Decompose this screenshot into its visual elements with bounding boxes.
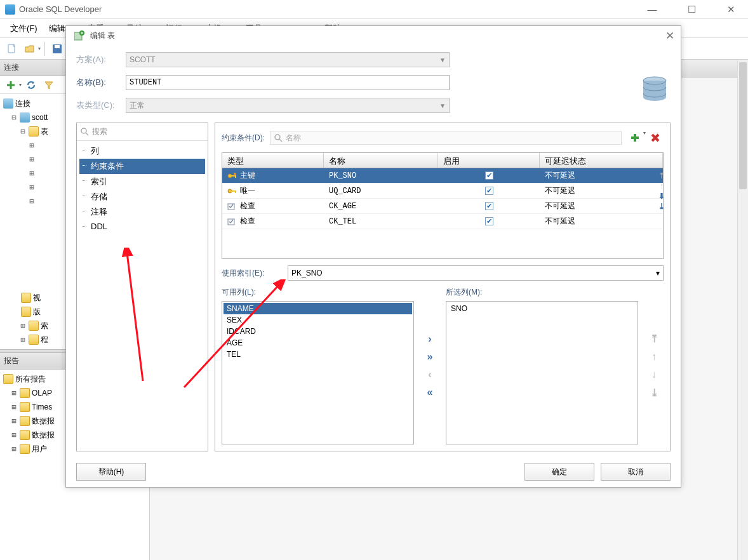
report-item[interactable]: Times bbox=[32, 403, 52, 411]
open-icon[interactable] bbox=[22, 41, 37, 57]
expand-icon[interactable]: ⊞ bbox=[28, 141, 36, 150]
enabled-checkbox[interactable]: ✔ bbox=[485, 202, 493, 210]
available-columns-list[interactable]: SNAMESEXIDCARDAGETEL bbox=[222, 301, 414, 444]
dialog-title-bar[interactable]: 编辑 表 ✕ bbox=[66, 26, 681, 45]
dropdown-arrow-icon[interactable]: ▾ bbox=[38, 46, 41, 51]
dropdown-arrow-icon[interactable]: ▾ bbox=[643, 130, 646, 145]
move-up-icon[interactable]: ↑ bbox=[660, 182, 664, 190]
use-index-select[interactable]: PK_SNO▾ bbox=[288, 265, 664, 281]
dialog-close-icon[interactable]: ✕ bbox=[665, 29, 674, 43]
col-type[interactable]: 类型 bbox=[222, 153, 324, 168]
nav-comment[interactable]: 注释 bbox=[79, 204, 205, 220]
svg-rect-2 bbox=[55, 45, 60, 48]
tree-root[interactable]: 连接 bbox=[15, 98, 30, 109]
available-column[interactable]: SEX bbox=[224, 314, 412, 326]
move-left-icon[interactable]: ‹ bbox=[428, 369, 431, 380]
enabled-checkbox[interactable]: ✔ bbox=[485, 217, 493, 225]
constraint-toolbar: 约束条件(D): 名称 ▾ bbox=[222, 130, 664, 146]
use-index-row: 使用索引(E): PK_SNO▾ bbox=[222, 265, 664, 281]
name-row: 名称(B): bbox=[76, 73, 671, 92]
constraint-row[interactable]: 唯一UQ_CARD✔不可延迟 bbox=[222, 183, 663, 199]
expand-icon[interactable]: ⊞ bbox=[10, 444, 18, 453]
enabled-checkbox[interactable]: ✔ bbox=[485, 171, 493, 180]
move-down-icon[interactable]: ⬇ bbox=[658, 192, 665, 201]
add-constraint-icon[interactable] bbox=[627, 130, 643, 145]
move-top-icon[interactable]: ⤒ bbox=[650, 333, 658, 345]
help-button[interactable]: 帮助(H) bbox=[76, 463, 146, 481]
report-item[interactable]: OLAP bbox=[32, 389, 52, 397]
minimize-button[interactable]: — bbox=[640, 2, 664, 17]
refresh-icon[interactable] bbox=[23, 77, 39, 93]
collapse-icon[interactable]: ⊟ bbox=[28, 197, 36, 206]
constraint-row[interactable]: 检查CK_AGE✔不可延迟 bbox=[222, 199, 663, 214]
scrollbar-thumb[interactable] bbox=[739, 62, 747, 189]
save-icon[interactable] bbox=[50, 41, 65, 57]
maximize-button[interactable]: ☐ bbox=[679, 2, 704, 17]
expand-icon[interactable]: ⊞ bbox=[19, 321, 27, 330]
tree-item[interactable]: 程 bbox=[41, 335, 48, 345]
move-all-right-icon[interactable]: » bbox=[427, 351, 433, 363]
vertical-scrollbar[interactable] bbox=[737, 60, 748, 560]
expand-icon[interactable]: ⊞ bbox=[28, 169, 36, 178]
move-bottom-icon[interactable]: ⤓ bbox=[658, 202, 665, 211]
expand-icon[interactable]: ⊞ bbox=[10, 430, 18, 439]
available-column[interactable]: SNAME bbox=[224, 303, 412, 314]
tree-item[interactable]: 索 bbox=[41, 321, 48, 331]
constraint-row[interactable]: 检查CK_TEL✔不可延迟 bbox=[222, 214, 663, 229]
col-enable[interactable]: 启用 bbox=[438, 153, 540, 168]
collapse-icon[interactable]: ⊟ bbox=[10, 113, 18, 122]
move-right-icon[interactable]: › bbox=[428, 333, 431, 345]
report-item[interactable]: 用户 bbox=[32, 444, 47, 455]
available-column[interactable]: AGE bbox=[224, 337, 412, 349]
svg-point-30 bbox=[234, 173, 236, 175]
nav-columns[interactable]: 列 bbox=[79, 143, 205, 159]
close-button[interactable]: ✕ bbox=[719, 2, 743, 17]
dialog-lower: 搜索 列 约束条件 索引 存储 注释 DDL 约束条件(D): 名称 bbox=[76, 123, 671, 451]
expand-icon[interactable]: ⊞ bbox=[28, 183, 36, 192]
move-bottom-icon[interactable]: ⤓ bbox=[650, 387, 658, 399]
dropdown-arrow-icon[interactable]: ▾ bbox=[19, 82, 22, 88]
constraints-grid[interactable]: 类型 名称 启用 可延迟状态 主键PK_SNO✔不可延迟唯一UQ_CARD✔不可… bbox=[222, 152, 664, 259]
col-name[interactable]: 名称 bbox=[324, 153, 438, 168]
move-top-icon[interactable]: ⤒ bbox=[658, 171, 665, 180]
constraint-filter-input[interactable]: 名称 bbox=[270, 131, 622, 145]
available-column[interactable]: TEL bbox=[224, 349, 412, 360]
collapse-icon[interactable]: ⊟ bbox=[19, 127, 27, 136]
table-icon bbox=[37, 196, 48, 206]
move-all-left-icon[interactable]: « bbox=[427, 387, 433, 398]
expand-icon[interactable]: ⊞ bbox=[10, 389, 18, 397]
constraint-row[interactable]: 主键PK_SNO✔不可延迟 bbox=[222, 168, 663, 183]
tree-tables[interactable]: 表 bbox=[41, 126, 48, 137]
ok-button[interactable]: 确定 bbox=[524, 463, 594, 481]
dialog-body: 方案(A): SCOTT▼ 名称(B): 表类型(C): 正常▼ 搜索 列 约束… bbox=[66, 45, 681, 457]
menu-file[interactable]: 文件(F) bbox=[5, 20, 43, 37]
enabled-checkbox[interactable]: ✔ bbox=[485, 187, 493, 195]
selected-columns-list[interactable]: SNO bbox=[446, 301, 638, 444]
tree-item[interactable]: 视 bbox=[33, 293, 41, 303]
filter-icon[interactable] bbox=[41, 77, 57, 93]
nav-search[interactable]: 搜索 bbox=[77, 123, 208, 141]
available-column[interactable]: IDCARD bbox=[224, 326, 412, 337]
add-connection-icon[interactable] bbox=[3, 77, 18, 93]
expand-icon[interactable]: ⊞ bbox=[19, 335, 27, 344]
report-item[interactable]: 数据报 bbox=[32, 430, 55, 441]
expand-icon[interactable]: ⊞ bbox=[10, 403, 18, 411]
nav-storage[interactable]: 存储 bbox=[79, 189, 205, 204]
delete-constraint-icon[interactable] bbox=[648, 130, 663, 145]
tree-item[interactable]: 版 bbox=[33, 307, 41, 317]
expand-icon[interactable]: ⊞ bbox=[10, 417, 18, 425]
tree-schema[interactable]: scott bbox=[32, 113, 48, 122]
move-down-icon[interactable]: ↓ bbox=[651, 369, 657, 380]
col-defer[interactable]: 可延迟状态 bbox=[540, 153, 663, 168]
nav-index[interactable]: 索引 bbox=[79, 174, 205, 189]
nav-ddl[interactable]: DDL bbox=[79, 220, 205, 233]
selected-column[interactable]: SNO bbox=[448, 303, 636, 314]
expand-icon[interactable]: ⊞ bbox=[28, 155, 36, 164]
reports-root[interactable]: 所有报告 bbox=[15, 374, 46, 385]
new-icon[interactable] bbox=[4, 41, 20, 57]
move-up-icon[interactable]: ↑ bbox=[651, 351, 657, 363]
report-item[interactable]: 数据报 bbox=[32, 416, 55, 427]
nav-constraints[interactable]: 约束条件 bbox=[79, 159, 205, 174]
cancel-button[interactable]: 取消 bbox=[601, 463, 671, 481]
name-input[interactable] bbox=[126, 75, 450, 90]
